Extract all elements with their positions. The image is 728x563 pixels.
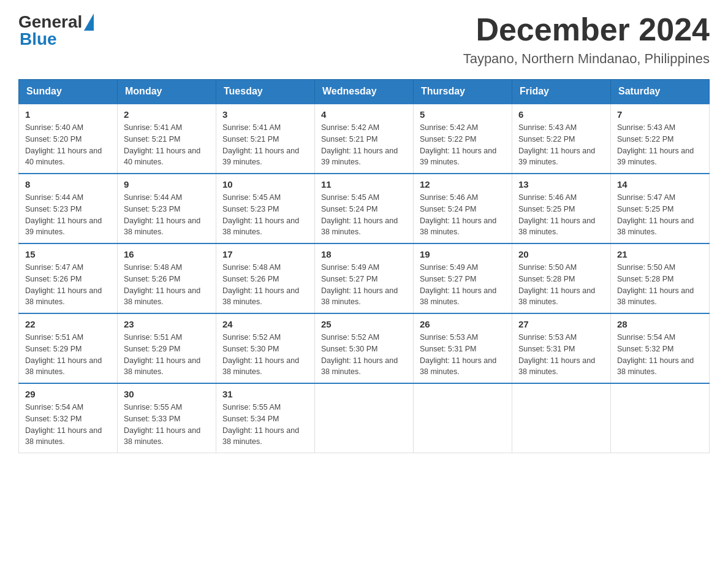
location-subtitle: Taypano, Northern Mindanao, Philippines [463, 51, 710, 67]
day-number: 19 [420, 249, 506, 259]
day-info: Sunrise: 5:53 AMSunset: 5:31 PMDaylight:… [420, 332, 506, 378]
calendar-cell: 20 Sunrise: 5:50 AMSunset: 5:28 PMDaylig… [512, 243, 611, 313]
calendar-table: SundayMondayTuesdayWednesdayThursdayFrid… [18, 79, 710, 453]
day-number: 12 [420, 179, 506, 190]
day-number: 6 [518, 109, 604, 120]
weekday-header-wednesday: Wednesday [315, 80, 414, 104]
day-number: 14 [617, 179, 703, 190]
day-number: 8 [25, 179, 111, 190]
weekday-header-friday: Friday [512, 80, 611, 104]
calendar-cell: 10 Sunrise: 5:45 AMSunset: 5:23 PMDaylig… [216, 174, 315, 243]
calendar-cell: 7 Sunrise: 5:43 AMSunset: 5:22 PMDayligh… [611, 104, 710, 174]
weekday-header-monday: Monday [118, 80, 216, 104]
week-row-2: 8 Sunrise: 5:44 AMSunset: 5:23 PMDayligh… [19, 174, 710, 243]
day-info: Sunrise: 5:43 AMSunset: 5:22 PMDaylight:… [518, 122, 604, 168]
logo: General Blue [18, 12, 94, 49]
calendar-cell: 31 Sunrise: 5:55 AMSunset: 5:34 PMDaylig… [216, 383, 315, 453]
day-number: 9 [124, 179, 210, 190]
day-info: Sunrise: 5:51 AMSunset: 5:29 PMDaylight:… [124, 332, 210, 378]
calendar-cell [414, 383, 512, 453]
calendar-cell: 29 Sunrise: 5:54 AMSunset: 5:32 PMDaylig… [19, 383, 118, 453]
day-info: Sunrise: 5:54 AMSunset: 5:32 PMDaylight:… [25, 402, 111, 448]
calendar-cell: 9 Sunrise: 5:44 AMSunset: 5:23 PMDayligh… [118, 174, 216, 243]
calendar-cell: 4 Sunrise: 5:42 AMSunset: 5:21 PMDayligh… [315, 104, 414, 174]
calendar-cell: 18 Sunrise: 5:49 AMSunset: 5:27 PMDaylig… [315, 243, 414, 313]
calendar-cell: 24 Sunrise: 5:52 AMSunset: 5:30 PMDaylig… [216, 313, 315, 383]
day-number: 7 [617, 109, 703, 120]
calendar-cell: 1 Sunrise: 5:40 AMSunset: 5:20 PMDayligh… [19, 104, 118, 174]
day-info: Sunrise: 5:42 AMSunset: 5:21 PMDaylight:… [321, 122, 407, 168]
calendar-cell: 11 Sunrise: 5:45 AMSunset: 5:24 PMDaylig… [315, 174, 414, 243]
calendar-cell: 16 Sunrise: 5:48 AMSunset: 5:26 PMDaylig… [118, 243, 216, 313]
weekday-header-tuesday: Tuesday [216, 80, 315, 104]
calendar-cell: 21 Sunrise: 5:50 AMSunset: 5:28 PMDaylig… [611, 243, 710, 313]
day-number: 26 [420, 319, 506, 329]
calendar-cell [611, 383, 710, 453]
calendar-cell [315, 383, 414, 453]
day-number: 18 [321, 249, 407, 259]
title-section: December 2024 Taypano, Northern Mindanao… [463, 12, 710, 67]
day-number: 15 [25, 249, 111, 259]
day-number: 20 [518, 249, 604, 259]
day-number: 31 [222, 389, 308, 399]
day-info: Sunrise: 5:51 AMSunset: 5:29 PMDaylight:… [25, 332, 111, 378]
day-info: Sunrise: 5:40 AMSunset: 5:20 PMDaylight:… [25, 122, 111, 168]
day-info: Sunrise: 5:52 AMSunset: 5:30 PMDaylight:… [222, 332, 308, 378]
calendar-cell: 5 Sunrise: 5:42 AMSunset: 5:22 PMDayligh… [414, 104, 512, 174]
week-row-5: 29 Sunrise: 5:54 AMSunset: 5:32 PMDaylig… [19, 383, 710, 453]
calendar-cell: 17 Sunrise: 5:48 AMSunset: 5:26 PMDaylig… [216, 243, 315, 313]
day-number: 4 [321, 109, 407, 120]
day-number: 24 [222, 319, 308, 329]
day-info: Sunrise: 5:45 AMSunset: 5:23 PMDaylight:… [222, 192, 308, 238]
day-info: Sunrise: 5:49 AMSunset: 5:27 PMDaylight:… [420, 262, 506, 308]
day-info: Sunrise: 5:45 AMSunset: 5:24 PMDaylight:… [321, 192, 407, 238]
day-info: Sunrise: 5:53 AMSunset: 5:31 PMDaylight:… [518, 332, 604, 378]
week-row-3: 15 Sunrise: 5:47 AMSunset: 5:26 PMDaylig… [19, 243, 710, 313]
day-number: 22 [25, 319, 111, 329]
day-info: Sunrise: 5:48 AMSunset: 5:26 PMDaylight:… [124, 262, 210, 308]
day-info: Sunrise: 5:50 AMSunset: 5:28 PMDaylight:… [617, 262, 703, 308]
day-info: Sunrise: 5:42 AMSunset: 5:22 PMDaylight:… [420, 122, 506, 168]
day-number: 16 [124, 249, 210, 259]
day-info: Sunrise: 5:44 AMSunset: 5:23 PMDaylight:… [124, 192, 210, 238]
calendar-cell: 2 Sunrise: 5:41 AMSunset: 5:21 PMDayligh… [118, 104, 216, 174]
day-info: Sunrise: 5:55 AMSunset: 5:33 PMDaylight:… [124, 402, 210, 448]
day-info: Sunrise: 5:43 AMSunset: 5:22 PMDaylight:… [617, 122, 703, 168]
day-number: 3 [222, 109, 308, 120]
day-number: 11 [321, 179, 407, 190]
day-info: Sunrise: 5:48 AMSunset: 5:26 PMDaylight:… [222, 262, 308, 308]
weekday-header-thursday: Thursday [414, 80, 512, 104]
weekday-header-row: SundayMondayTuesdayWednesdayThursdayFrid… [19, 80, 710, 104]
calendar-cell: 22 Sunrise: 5:51 AMSunset: 5:29 PMDaylig… [19, 313, 118, 383]
calendar-cell: 13 Sunrise: 5:46 AMSunset: 5:25 PMDaylig… [512, 174, 611, 243]
day-info: Sunrise: 5:50 AMSunset: 5:28 PMDaylight:… [518, 262, 604, 308]
calendar-cell: 19 Sunrise: 5:49 AMSunset: 5:27 PMDaylig… [414, 243, 512, 313]
calendar-cell: 12 Sunrise: 5:46 AMSunset: 5:24 PMDaylig… [414, 174, 512, 243]
day-number: 27 [518, 319, 604, 329]
day-info: Sunrise: 5:47 AMSunset: 5:26 PMDaylight:… [25, 262, 111, 308]
calendar-cell: 14 Sunrise: 5:47 AMSunset: 5:25 PMDaylig… [611, 174, 710, 243]
day-info: Sunrise: 5:41 AMSunset: 5:21 PMDaylight:… [222, 122, 308, 168]
day-info: Sunrise: 5:44 AMSunset: 5:23 PMDaylight:… [25, 192, 111, 238]
day-number: 25 [321, 319, 407, 329]
calendar-cell: 23 Sunrise: 5:51 AMSunset: 5:29 PMDaylig… [118, 313, 216, 383]
week-row-1: 1 Sunrise: 5:40 AMSunset: 5:20 PMDayligh… [19, 104, 710, 174]
day-number: 1 [25, 109, 111, 120]
day-info: Sunrise: 5:49 AMSunset: 5:27 PMDaylight:… [321, 262, 407, 308]
day-number: 23 [124, 319, 210, 329]
logo-triangle-icon [84, 13, 94, 31]
calendar-cell: 28 Sunrise: 5:54 AMSunset: 5:32 PMDaylig… [611, 313, 710, 383]
day-number: 29 [25, 389, 111, 399]
calendar-cell: 26 Sunrise: 5:53 AMSunset: 5:31 PMDaylig… [414, 313, 512, 383]
day-info: Sunrise: 5:47 AMSunset: 5:25 PMDaylight:… [617, 192, 703, 238]
day-number: 13 [518, 179, 604, 190]
weekday-header-sunday: Sunday [19, 80, 118, 104]
day-number: 17 [222, 249, 308, 259]
week-row-4: 22 Sunrise: 5:51 AMSunset: 5:29 PMDaylig… [19, 313, 710, 383]
logo-blue-text: Blue [18, 29, 57, 49]
day-info: Sunrise: 5:41 AMSunset: 5:21 PMDaylight:… [124, 122, 210, 168]
page-header: General Blue December 2024 Taypano, Nort… [18, 12, 710, 67]
calendar-cell: 15 Sunrise: 5:47 AMSunset: 5:26 PMDaylig… [19, 243, 118, 313]
day-info: Sunrise: 5:55 AMSunset: 5:34 PMDaylight:… [222, 402, 308, 448]
calendar-cell: 30 Sunrise: 5:55 AMSunset: 5:33 PMDaylig… [118, 383, 216, 453]
